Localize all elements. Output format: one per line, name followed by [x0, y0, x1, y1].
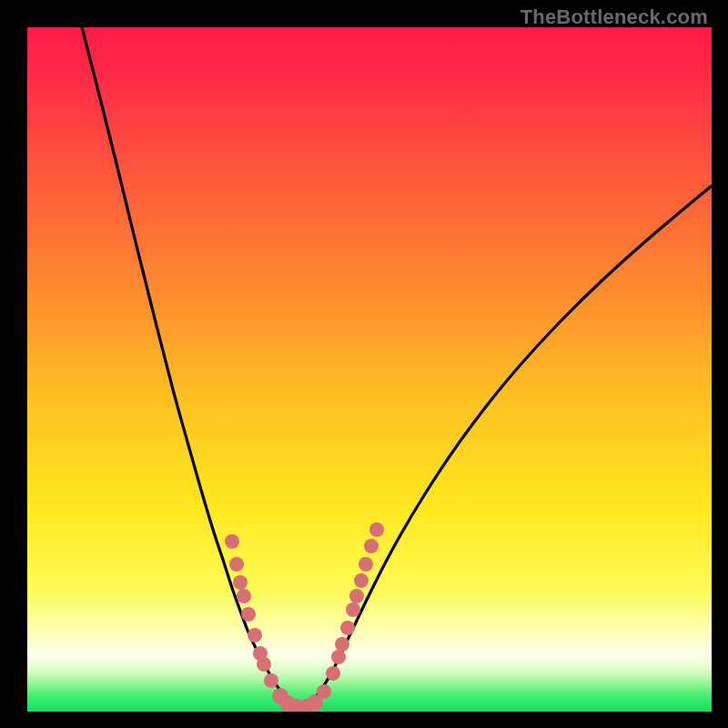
marker-point	[241, 607, 256, 622]
marker-point	[369, 522, 384, 537]
marker-point	[264, 673, 278, 688]
marker-point	[359, 557, 373, 571]
marker-point	[335, 637, 349, 652]
marker-point	[233, 575, 248, 590]
marker-point	[326, 666, 340, 681]
marker-point	[340, 621, 355, 635]
series-right-curve	[311, 187, 712, 701]
plot-area	[27, 27, 712, 712]
marker-point	[354, 573, 369, 588]
chart-frame: TheBottleneck.com	[0, 0, 728, 728]
marker-point	[317, 684, 331, 699]
marker-point	[364, 539, 379, 553]
marker-point	[229, 557, 244, 571]
marker-point	[346, 602, 360, 617]
marker-point	[349, 589, 364, 603]
curves-layer	[27, 27, 712, 712]
marker-point	[237, 589, 251, 603]
marker-point	[248, 628, 262, 642]
marker-point	[257, 657, 271, 672]
marker-point	[225, 534, 239, 549]
series-left-curve	[82, 27, 291, 701]
marker-point	[331, 650, 346, 664]
watermark-text: TheBottleneck.com	[521, 5, 708, 29]
